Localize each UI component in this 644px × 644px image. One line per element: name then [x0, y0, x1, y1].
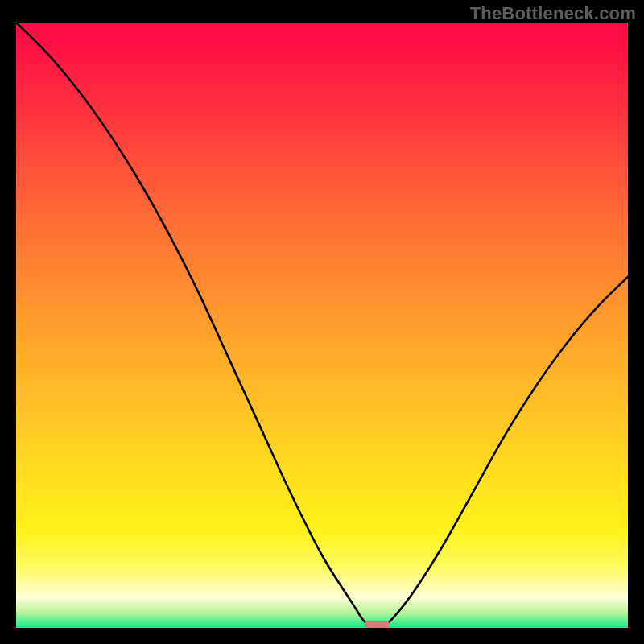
bottleneck-curve [16, 23, 628, 628]
chart-frame: TheBottleneck.com [0, 0, 644, 644]
minimum-marker [365, 621, 389, 628]
plot-area [16, 23, 628, 628]
watermark-text: TheBottleneck.com [470, 3, 636, 24]
